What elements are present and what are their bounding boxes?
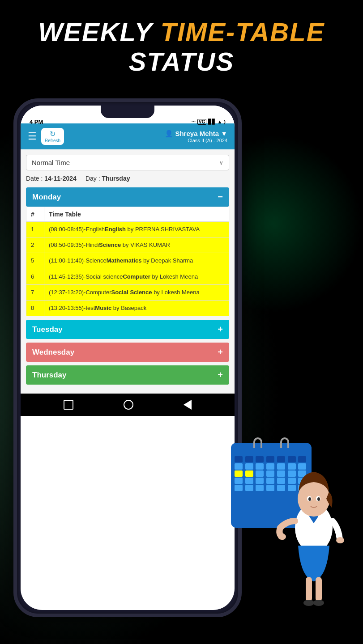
- tuesday-label: Tuesday: [32, 325, 63, 334]
- thursday-header[interactable]: Thursday +: [26, 365, 229, 385]
- row-num: 7: [26, 285, 44, 300]
- phone-frame: 4 PM ··· VG ▊▊ ▲ ) ☰ ↻ Refresh 👤 Shreya …: [13, 98, 242, 617]
- cal-cell: [245, 456, 253, 462]
- signal-dots: ···: [192, 119, 196, 124]
- cal-cell: [235, 470, 243, 477]
- day-label: Day : Thursday: [85, 175, 130, 182]
- cal-cell: [235, 456, 243, 462]
- thursday-section: Thursday +: [26, 365, 229, 385]
- tuesday-toggle[interactable]: +: [218, 324, 223, 335]
- user-class: Class II (A) - 2024: [165, 138, 227, 143]
- hamburger-icon[interactable]: ☰: [28, 131, 37, 142]
- cal-cell: [235, 485, 243, 491]
- row-num: 8: [26, 301, 44, 316]
- character-svg: [273, 438, 354, 617]
- cal-cell: [235, 463, 243, 470]
- row-num: 5: [26, 253, 44, 268]
- row-entry: (08:00-08:45)-EnglishEnglish by PRERNA S…: [44, 222, 229, 237]
- row-entry: (13:20-13:55)-testMusic by Basepack: [44, 301, 229, 316]
- row-num: 6: [26, 269, 44, 284]
- refresh-button[interactable]: ↻ Refresh: [41, 128, 64, 145]
- app-header: ☰ ↻ Refresh 👤 Shreya Mehta ▼ Class II (A…: [21, 123, 235, 149]
- table-row: 8 (13:20-13:55)-testMusic by Basepack: [26, 301, 229, 316]
- phone-inner: 4 PM ··· VG ▊▊ ▲ ) ☰ ↻ Refresh 👤 Shreya …: [21, 106, 235, 610]
- col-num-header: #: [26, 207, 44, 221]
- signal-bars: ▊▊: [208, 119, 215, 125]
- title-status: STATUS: [0, 47, 363, 76]
- row-entry: (11:00-11:40)-ScienceMathematics by Deep…: [44, 253, 229, 268]
- title-timetable: TIME-TABLE: [161, 17, 325, 47]
- thursday-label: Thursday: [32, 371, 67, 380]
- cal-cell: [245, 478, 253, 484]
- refresh-label: Refresh: [45, 138, 60, 143]
- status-time: 4 PM: [30, 119, 43, 125]
- monday-toggle[interactable]: −: [218, 192, 223, 202]
- status-icons: ··· VG ▊▊ ▲ ): [192, 119, 226, 125]
- table-header: # Time Table: [26, 207, 229, 222]
- cal-cell: [256, 463, 264, 470]
- dropdown-label: Normal Time: [32, 159, 70, 166]
- app-content: Normal Time ∨ Date : 14-11-2024 Day : Th…: [21, 149, 235, 394]
- row-entry: (08:50-09:35)-HindiScience by VIKAS KUMA…: [44, 237, 229, 253]
- cal-cell: [245, 470, 253, 477]
- home-circle-button[interactable]: [124, 400, 133, 410]
- wednesday-toggle[interactable]: +: [218, 347, 223, 357]
- user-name: 👤 Shreya Mehta ▼: [165, 130, 227, 138]
- svg-point-4: [303, 600, 314, 606]
- table-row: 2 (08:50-09:35)-HindiScience by VIKAS KU…: [26, 237, 229, 253]
- svg-point-5: [313, 600, 324, 606]
- svg-point-12: [336, 537, 344, 543]
- recents-triangle-button[interactable]: [184, 400, 192, 410]
- cal-cell: [256, 485, 264, 491]
- row-num: 2: [26, 237, 44, 253]
- ring-left: [253, 437, 262, 448]
- table-row: 6 (11:45-12:35)-Social scienceComputer b…: [26, 269, 229, 285]
- time-type-dropdown[interactable]: Normal Time ∨: [26, 155, 229, 170]
- monday-header[interactable]: Monday −: [26, 187, 229, 207]
- title-area: WEEKLY TIME-TABLE STATUS: [0, 18, 363, 76]
- title-line1: WEEKLY TIME-TABLE: [0, 18, 363, 47]
- monday-section: Monday − # Time Table 1 (08:00-08:45)-En…: [26, 187, 229, 316]
- row-entry: (11:45-12:35)-Social scienceComputer by …: [44, 269, 229, 284]
- wednesday-header[interactable]: Wednesday +: [26, 343, 229, 362]
- character-decoration: [273, 438, 354, 617]
- user-name-text: Shreya Mehta: [175, 130, 219, 137]
- vo-icon: VG: [197, 119, 206, 125]
- user-icon: 👤: [165, 130, 175, 137]
- header-right: 👤 Shreya Mehta ▼ Class II (A) - 2024: [165, 130, 227, 143]
- svg-rect-2: [306, 577, 312, 602]
- date-row: Date : 14-11-2024 Day : Thursday: [26, 175, 229, 182]
- cal-cell: [245, 485, 253, 491]
- svg-rect-3: [316, 577, 322, 602]
- cal-cell: [256, 478, 264, 484]
- cal-cell: [256, 456, 264, 462]
- svg-point-9: [308, 497, 311, 501]
- svg-point-11: [278, 534, 286, 540]
- row-entry: (12:37-13:20)-ComputerSocial Science by …: [44, 285, 229, 300]
- table-row: 1 (08:00-08:45)-EnglishEnglish by PRERNA…: [26, 222, 229, 237]
- col-timetable-header: Time Table: [44, 207, 229, 221]
- svg-point-10: [317, 497, 320, 501]
- wifi-icon: ▲: [217, 119, 222, 124]
- monday-timetable: # Time Table 1 (08:00-08:45)-EnglishEngl…: [26, 207, 229, 316]
- date-label: Date : 14-11-2024: [26, 175, 77, 182]
- thursday-toggle[interactable]: +: [218, 370, 223, 380]
- tuesday-section: Tuesday +: [26, 320, 229, 339]
- chevron-down-icon: ∨: [219, 160, 223, 166]
- cal-cell: [256, 470, 264, 477]
- table-row: 7 (12:37-13:20)-ComputerSocial Science b…: [26, 285, 229, 301]
- refresh-icon: ↻: [45, 130, 60, 138]
- wednesday-label: Wednesday: [32, 348, 74, 357]
- battery-icon: ): [224, 119, 226, 124]
- title-weekly: WEEKLY: [38, 17, 161, 47]
- monday-label: Monday: [32, 193, 61, 202]
- tuesday-header[interactable]: Tuesday +: [26, 320, 229, 339]
- row-num: 1: [26, 222, 44, 237]
- cal-cell: [235, 478, 243, 484]
- header-left: ☰ ↻ Refresh: [28, 128, 64, 145]
- wednesday-section: Wednesday +: [26, 343, 229, 362]
- table-row: 5 (11:00-11:40)-ScienceMathematics by De…: [26, 253, 229, 269]
- back-square-button[interactable]: [64, 400, 73, 410]
- user-arrow: ▼: [219, 130, 227, 137]
- cal-cell: [245, 463, 253, 470]
